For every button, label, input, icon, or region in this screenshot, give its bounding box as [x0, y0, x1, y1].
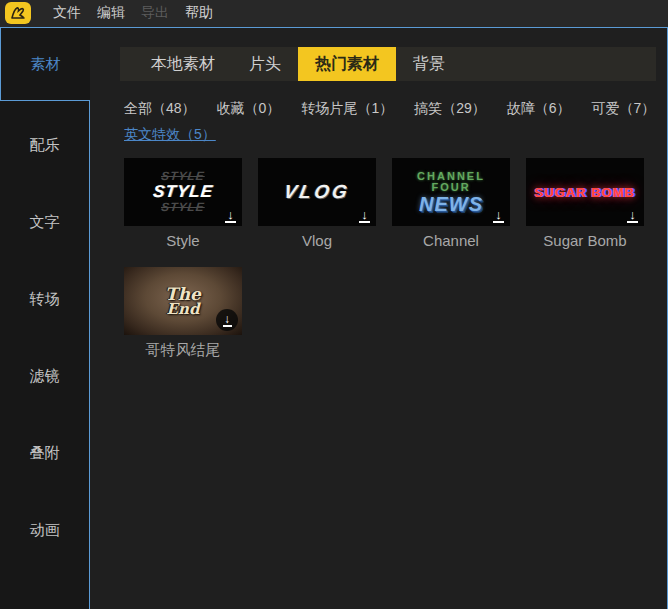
logo-glyph-icon — [9, 5, 27, 21]
download-arrow-icon: ↓ — [361, 209, 368, 220]
thumb-line-text: FOUR — [431, 182, 470, 193]
menu-item-edit[interactable]: 编辑 — [89, 0, 133, 25]
thumb-main-text: STYLE — [152, 183, 214, 201]
menu-item-file[interactable]: 文件 — [45, 0, 89, 25]
filter-row-2: 英文特效（5） — [124, 125, 667, 144]
material-tabbar: 本地素材 片头 热门素材 背景 — [120, 47, 656, 81]
filter-all[interactable]: 全部（48） — [124, 100, 196, 118]
sidebar-item-filter[interactable]: 滤镜 — [0, 337, 89, 414]
tab-local-material[interactable]: 本地素材 — [134, 47, 232, 81]
download-bar-icon — [223, 325, 232, 327]
material-card-channel[interactable]: CHANNEL FOUR NEWS ↓ Channel — [392, 158, 510, 250]
sidebar-item-transition[interactable]: 转场 — [0, 260, 89, 337]
material-label: Vlog — [258, 231, 376, 250]
tab-intro[interactable]: 片头 — [232, 47, 298, 81]
download-icon[interactable]: ↓ — [359, 209, 370, 223]
menu-item-help[interactable]: 帮助 — [177, 0, 221, 25]
thumb-main-text: SUGAR BOMB — [535, 185, 635, 200]
material-label: 哥特风结尾 — [124, 340, 242, 359]
filter-glitch[interactable]: 故障（6） — [507, 100, 571, 118]
thumb-line-text: CHANNEL — [417, 171, 485, 182]
thumbnail-style[interactable]: STYLE STYLE STYLE ↓ — [124, 158, 242, 226]
thumbnail-vlog[interactable]: VLOG ↓ — [258, 158, 376, 226]
filter-english-effects[interactable]: 英文特效（5） — [124, 126, 216, 142]
filter-favorites[interactable]: 收藏（0） — [217, 100, 281, 118]
material-label: Sugar Bomb — [526, 231, 644, 250]
sidebar: 素材 配乐 文字 转场 滤镜 叠附 动画 — [0, 28, 90, 609]
sidebar-item-material[interactable]: 素材 — [0, 28, 90, 101]
content-panel: 本地素材 片头 热门素材 背景 全部（48） 收藏（0） 转场片尾（1） 搞笑（… — [90, 28, 667, 609]
material-grid: STYLE STYLE STYLE ↓ Style VLOG ↓ Vlog — [124, 158, 664, 376]
thumbnail-channel[interactable]: CHANNEL FOUR NEWS ↓ — [392, 158, 510, 226]
thumbnail-gothic-ending[interactable]: The End ↓ — [124, 267, 242, 335]
tab-hot-material[interactable]: 热门素材 — [298, 47, 396, 81]
app-logo-icon[interactable] — [5, 2, 31, 24]
download-icon[interactable]: ↓ — [493, 209, 504, 223]
sidebar-item-text[interactable]: 文字 — [0, 183, 89, 260]
thumb-line-text: End — [167, 302, 200, 317]
filter-transition-ending[interactable]: 转场片尾（1） — [301, 100, 393, 118]
filter-row: 全部（48） 收藏（0） 转场片尾（1） 搞笑（29） 故障（6） 可爱（7） — [124, 100, 667, 118]
material-label: Style — [124, 231, 242, 250]
menu-bar: 文件 编辑 导出 帮助 — [0, 0, 668, 27]
download-icon[interactable]: ↓ — [627, 209, 638, 223]
thumb-main-text: NEWS — [419, 194, 483, 214]
download-bar-icon — [225, 221, 236, 223]
menu-item-export: 导出 — [133, 0, 177, 25]
thumbnail-sugar-bomb[interactable]: SUGAR BOMB ↓ — [526, 158, 644, 226]
download-arrow-icon: ↓ — [495, 209, 502, 220]
sidebar-rest: 配乐 文字 转场 滤镜 叠附 动画 — [0, 101, 90, 609]
sidebar-item-overlay[interactable]: 叠附 — [0, 414, 89, 491]
download-icon[interactable]: ↓ — [225, 209, 236, 223]
sidebar-item-music[interactable]: 配乐 — [0, 106, 89, 183]
sidebar-item-animation[interactable]: 动画 — [0, 491, 89, 568]
download-arrow-icon: ↓ — [227, 209, 234, 220]
app-window: 文件 编辑 导出 帮助 素材 配乐 文字 转场 滤镜 叠附 动画 本地素材 片头… — [0, 0, 668, 609]
thumb-ghost-text: STYLE — [160, 201, 205, 214]
filter-cute[interactable]: 可爱（7） — [592, 100, 656, 118]
filter-funny[interactable]: 搞笑（29） — [414, 100, 486, 118]
material-card-sugar-bomb[interactable]: SUGAR BOMB ↓ Sugar Bomb — [526, 158, 644, 250]
main-area: 素材 配乐 文字 转场 滤镜 叠附 动画 本地素材 片头 热门素材 背景 全部（… — [0, 27, 668, 609]
download-bar-icon — [359, 221, 370, 223]
material-label: Channel — [392, 231, 510, 250]
download-arrow-icon: ↓ — [629, 209, 636, 220]
tab-background[interactable]: 背景 — [396, 47, 462, 81]
download-arrow-icon: ↓ — [224, 314, 230, 324]
material-card-style[interactable]: STYLE STYLE STYLE ↓ Style — [124, 158, 242, 250]
download-bar-icon — [493, 221, 504, 223]
material-card-gothic-ending[interactable]: The End ↓ 哥特风结尾 — [124, 267, 242, 359]
download-icon[interactable]: ↓ — [216, 309, 238, 331]
material-card-vlog[interactable]: VLOG ↓ Vlog — [258, 158, 376, 250]
thumb-main-text: VLOG — [282, 181, 352, 203]
download-bar-icon — [627, 221, 638, 223]
